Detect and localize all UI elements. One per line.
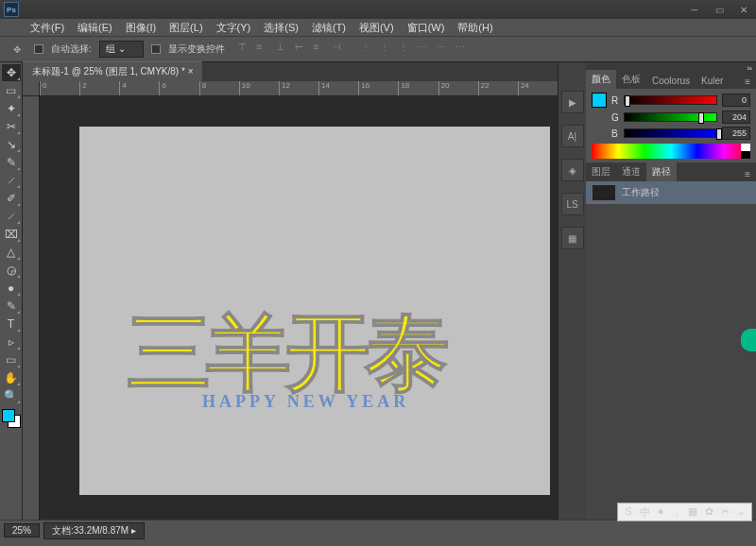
distribute-icon[interactable]: ⋮: [399, 42, 414, 57]
menu-item[interactable]: 窗口(W): [407, 21, 445, 35]
tool-button[interactable]: ✦: [2, 100, 21, 117]
panel-tab[interactable]: 色板: [616, 70, 646, 89]
align-bottom-icon[interactable]: ⊥: [276, 42, 291, 57]
auto-select-checkbox[interactable]: [34, 44, 43, 54]
align-buttons: ⊤ ≡ ⊥ ⊢ ≡ ⊣: [238, 42, 348, 57]
tool-button[interactable]: ✎: [2, 298, 21, 315]
path-item-label: 工作路径: [622, 186, 660, 199]
tool-button[interactable]: ↘: [2, 136, 21, 153]
document-info[interactable]: 文档:33.2M/8.87M ▸: [43, 522, 145, 539]
canvas-main-text: 三羊开泰: [127, 310, 444, 395]
tool-button[interactable]: ✋: [2, 369, 21, 386]
swatches-panel-icon[interactable]: ▦: [561, 227, 584, 249]
character-panel-icon[interactable]: A|: [561, 125, 584, 147]
align-right-icon[interactable]: ⊣: [333, 42, 348, 57]
menu-item[interactable]: 选择(S): [264, 21, 299, 35]
play-icon[interactable]: ▶: [561, 91, 584, 113]
align-vcenter-icon[interactable]: ≡: [257, 42, 272, 57]
panel-menu-icon[interactable]: ≡: [739, 167, 756, 181]
align-left-icon[interactable]: ⊢: [295, 42, 310, 57]
color-swatch[interactable]: [592, 93, 607, 108]
menu-item[interactable]: 编辑(E): [77, 21, 112, 35]
ime-tray-icon[interactable]: ●: [654, 505, 667, 519]
tool-button[interactable]: ✂: [2, 118, 21, 135]
paths-panel: 工作路径: [586, 181, 756, 520]
tool-button[interactable]: ✎: [2, 154, 21, 171]
canvas-sub-text: HAPPY NEW YEAR: [202, 392, 409, 412]
ime-tray-icon[interactable]: ▦: [686, 505, 699, 519]
ime-tray-icon[interactable]: ✿: [702, 505, 715, 519]
canvas[interactable]: 三羊开泰 HAPPY NEW YEAR: [79, 127, 550, 495]
path-list-item[interactable]: 工作路径: [586, 181, 756, 204]
distribute-icon[interactable]: ⋮: [361, 42, 376, 57]
color-value-input[interactable]: 0: [722, 94, 750, 107]
panel-tab[interactable]: 路径: [646, 162, 677, 181]
document-tab[interactable]: 未标题-1 @ 25% (图层 1, CMYK/8) * ×: [23, 61, 202, 81]
title-bar: Ps ─ ▭ ✕: [0, 0, 756, 19]
minimize-button[interactable]: ─: [682, 2, 707, 17]
tool-button[interactable]: ⟋: [2, 208, 21, 225]
distribute-icon[interactable]: ⋮: [380, 42, 395, 57]
layers-panel-icon[interactable]: ◈: [561, 159, 584, 181]
tool-button[interactable]: ▭: [2, 82, 21, 99]
show-transform-label: 显示变换控件: [168, 43, 225, 56]
ime-tray-icon[interactable]: 中: [638, 505, 651, 519]
ime-tray-icon[interactable]: ✂: [718, 505, 731, 519]
tool-button[interactable]: ✥: [2, 64, 21, 81]
vertical-ruler[interactable]: [23, 96, 40, 520]
tool-button[interactable]: ●: [2, 280, 21, 297]
canvas-area[interactable]: 024681012141618202224 三羊开泰 HAPPY NEW YEA…: [23, 81, 558, 520]
ls-panel-icon[interactable]: LS: [561, 193, 584, 215]
tool-button[interactable]: ⌧: [2, 226, 21, 243]
foreground-background-colors[interactable]: [2, 409, 21, 428]
color-panel: R0G204B255: [586, 89, 756, 162]
tool-button[interactable]: ▭: [2, 351, 21, 368]
distribute-icon[interactable]: ⋯: [418, 42, 433, 57]
color-slider[interactable]: [624, 95, 717, 105]
panel-collapse-handle[interactable]: »: [586, 62, 756, 70]
align-hcenter-icon[interactable]: ≡: [314, 42, 329, 57]
show-transform-checkbox[interactable]: [151, 44, 161, 54]
maximize-button[interactable]: ▭: [707, 2, 731, 17]
tool-button[interactable]: ▹: [2, 333, 21, 350]
panel-tab[interactable]: 图层: [586, 162, 616, 181]
menu-item[interactable]: 视图(V): [359, 21, 394, 35]
tool-button[interactable]: ✐: [2, 190, 21, 207]
ime-tray-icon[interactable]: ⌄: [734, 505, 747, 519]
ruler-origin[interactable]: [23, 81, 40, 96]
tool-button[interactable]: ⟋: [2, 172, 21, 189]
color-value-input[interactable]: 255: [722, 127, 750, 140]
menu-item[interactable]: 图层(L): [169, 21, 202, 35]
color-slider[interactable]: [624, 128, 717, 138]
distribute-icon[interactable]: ⋯: [437, 42, 452, 57]
menu-item[interactable]: 帮助(H): [457, 21, 492, 35]
close-button[interactable]: ✕: [731, 2, 756, 17]
side-badge[interactable]: [741, 329, 756, 351]
zoom-level[interactable]: 25%: [4, 523, 40, 537]
color-slider[interactable]: [624, 112, 717, 122]
tool-button[interactable]: T: [2, 316, 21, 333]
channel-label: R: [611, 95, 619, 106]
ime-tray-icon[interactable]: ,: [670, 505, 683, 519]
menu-item[interactable]: 文件(F): [30, 21, 64, 35]
panel-tab[interactable]: 通道: [616, 162, 646, 181]
panel-tab[interactable]: Kuler: [696, 73, 729, 89]
menu-item[interactable]: 图像(I): [126, 21, 156, 35]
panel-tab[interactable]: Coolorus: [646, 73, 696, 89]
tool-button[interactable]: ◶: [2, 262, 21, 279]
tool-button[interactable]: 🔍: [2, 387, 21, 404]
menu-item[interactable]: 滤镜(T): [312, 21, 346, 35]
collapsed-panel-dock: ▶ A| ◈ LS ▦: [558, 62, 586, 520]
color-spectrum[interactable]: [592, 144, 750, 159]
ime-tray-icon[interactable]: S: [622, 505, 635, 519]
panel-menu-icon[interactable]: ≡: [739, 75, 756, 89]
tool-button[interactable]: △: [2, 244, 21, 261]
horizontal-ruler[interactable]: 024681012141618202224: [40, 81, 558, 96]
color-value-input[interactable]: 204: [722, 111, 750, 124]
distribute-icon[interactable]: ⋯: [455, 42, 471, 57]
panel-tab[interactable]: 颜色: [586, 70, 616, 89]
auto-select-mode-select[interactable]: 组 ⌄: [99, 41, 144, 58]
menu-item[interactable]: 文字(Y): [216, 21, 251, 35]
channel-label: G: [611, 112, 619, 123]
align-top-icon[interactable]: ⊤: [238, 42, 253, 57]
